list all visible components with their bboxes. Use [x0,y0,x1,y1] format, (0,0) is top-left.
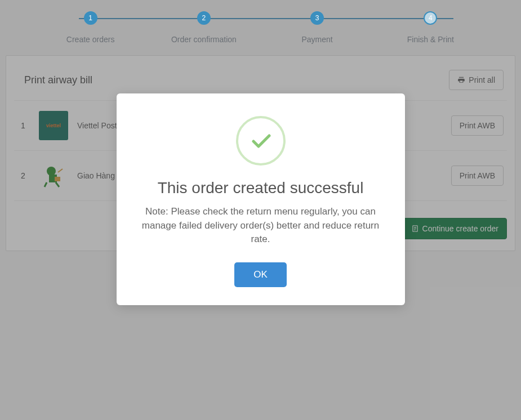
step-number: 4 [424,11,437,25]
step-finish-print[interactable]: 4 Finish & Print [374,11,487,44]
step-label: Finish & Print [407,35,454,44]
step-number: 3 [310,11,324,25]
success-check-icon [236,116,286,166]
step-label: Create orders [66,35,115,44]
step-number: 1 [84,11,97,25]
success-modal: This order created successful Note: Plea… [117,93,405,305]
step-create-orders[interactable]: 1 Create orders [34,11,147,44]
modal-title: This order created successful [135,179,387,197]
step-label: Payment [302,35,333,44]
modal-overlay[interactable]: This order created successful Note: Plea… [0,0,521,420]
step-payment[interactable]: 3 Payment [261,11,374,44]
step-order-confirmation[interactable]: 2 Order confirmation [147,11,260,44]
ok-button[interactable]: OK [234,262,287,287]
modal-note: Note: Please check the return menu regul… [135,205,387,247]
step-number: 2 [197,11,211,25]
step-label: Order confirmation [171,35,237,44]
